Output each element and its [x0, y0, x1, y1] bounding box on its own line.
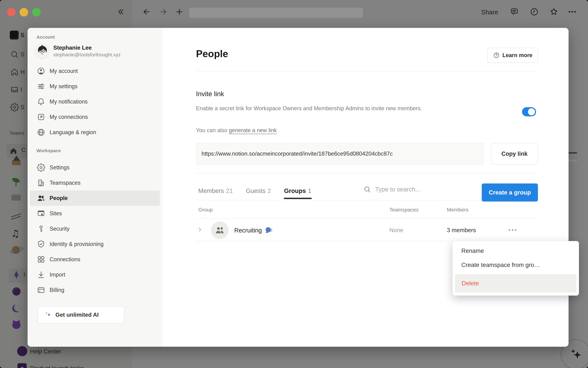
group-avatar — [211, 221, 229, 239]
key-icon — [37, 224, 45, 233]
sidebar-item-language-region[interactable]: Language & region — [30, 125, 160, 140]
toggle-knob — [528, 108, 535, 115]
building-icon — [37, 179, 45, 187]
sidebar-item-settings[interactable]: Settings — [30, 160, 160, 175]
tab-guests[interactable]: Guests2 — [246, 184, 271, 198]
create-group-button[interactable]: Create a group — [482, 184, 538, 202]
zoom-window-button[interactable] — [32, 8, 41, 17]
grid-icon — [37, 255, 45, 264]
credit-card-icon — [37, 286, 45, 294]
account-user[interactable]: Stephanie Lee stephanie@toolsforthought.… — [35, 44, 158, 58]
invite-link-input[interactable] — [196, 143, 483, 165]
divider — [196, 71, 538, 71]
shield-check-icon — [37, 240, 45, 248]
search-icon — [363, 185, 371, 193]
invite-link-heading: Invite link — [196, 90, 224, 98]
sidebar-item-my-settings[interactable]: My settings — [30, 79, 160, 94]
sidebar-item-connections[interactable]: Connections — [30, 252, 160, 267]
sparkles-icon — [44, 311, 52, 319]
avatar — [35, 44, 49, 58]
speaking-head-emoji — [265, 226, 273, 234]
person-circle-icon — [37, 67, 45, 75]
get-unlimited-ai-button[interactable]: Get unlimited AI — [38, 306, 124, 323]
expand-row-chevron-icon[interactable] — [196, 226, 203, 233]
column-header-group: Group — [198, 207, 213, 213]
group-members-value[interactable]: 3 members — [447, 227, 476, 234]
settings-sidebar: Account Stephanie Lee stephanie@toolsfor… — [28, 28, 162, 347]
globe-icon — [37, 128, 45, 137]
download-icon — [37, 270, 45, 279]
account-section-label: Account — [37, 34, 162, 40]
column-header-teamspaces: Teamspaces — [389, 207, 419, 213]
tab-title-placeholder — [189, 8, 363, 18]
tab-members[interactable]: Members21 — [198, 184, 233, 198]
user-email: stephanie@toolsforthought.xyz — [53, 51, 121, 58]
minimize-window-button[interactable] — [20, 8, 28, 17]
row-more-options-icon[interactable] — [506, 226, 518, 234]
sidebar-item-sites[interactable]: Sites — [30, 206, 160, 221]
member-tabs: Members21 Guests2 Groups1 — [198, 184, 312, 198]
group-name[interactable]: Recruiting — [234, 226, 273, 234]
workspace-section-label: Workspace — [37, 148, 162, 153]
menu-item-delete[interactable]: Delete — [455, 274, 577, 293]
notion-window: S S H I S Teams C ♫ 1 — [0, 0, 588, 368]
column-header-members: Members — [447, 207, 469, 213]
invite-link-description: Enable a secret link for Workspace Owner… — [196, 104, 453, 113]
close-window-button[interactable] — [7, 8, 16, 17]
user-name: Stephanie Lee — [53, 44, 121, 51]
table-header-divider — [196, 218, 538, 219]
sidebar-item-people[interactable]: People — [30, 191, 160, 206]
invite-link-toggle[interactable] — [522, 107, 536, 116]
page-title: People — [196, 48, 228, 59]
sidebar-item-identity-provisioning[interactable]: Identity & provisioning — [30, 237, 160, 252]
menu-item-create-teamspace[interactable]: Create teamspace from gro… — [452, 258, 579, 272]
question-circle-icon — [493, 52, 500, 59]
search-input[interactable] — [375, 186, 449, 193]
learn-more-button[interactable]: Learn more — [487, 48, 538, 63]
sidebar-item-my-notifications[interactable]: My notifications — [30, 94, 160, 109]
settings-dialog: Account Stephanie Lee stephanie@toolsfor… — [28, 28, 569, 347]
menu-item-rename[interactable]: Rename — [452, 244, 579, 258]
gear-icon — [37, 163, 45, 172]
generate-link-line: You can also generate a new link — [196, 127, 277, 134]
sidebar-item-my-connections[interactable]: My connections — [30, 109, 160, 125]
generate-new-link[interactable]: generate a new link — [229, 127, 277, 134]
browser-cursor-icon — [37, 209, 45, 218]
tab-groups[interactable]: Groups1 — [284, 184, 311, 198]
group-teamspaces-value: None — [389, 227, 403, 234]
sidebar-item-billing[interactable]: Billing — [30, 282, 160, 298]
sliders-icon — [37, 82, 45, 91]
people-icon — [37, 194, 45, 202]
right-edge-handle[interactable] — [568, 152, 577, 154]
copy-link-button[interactable]: Copy link — [491, 143, 538, 165]
divider — [196, 173, 538, 173]
bell-icon — [37, 97, 45, 106]
right-edge-handle-2 — [568, 160, 577, 161]
sidebar-item-import[interactable]: Import — [30, 267, 160, 282]
settings-content: People Learn more Invite link Enable a s… — [162, 28, 569, 347]
sidebar-item-teamspaces[interactable]: Teamspaces — [30, 175, 160, 191]
sidebar-item-security[interactable]: Security — [30, 221, 160, 237]
group-context-menu: Rename Create teamspace from gro… Delete — [452, 241, 579, 295]
arrow-out-box-icon — [37, 113, 45, 121]
sidebar-item-my-account[interactable]: My account — [30, 63, 160, 79]
search-box[interactable] — [363, 185, 449, 193]
